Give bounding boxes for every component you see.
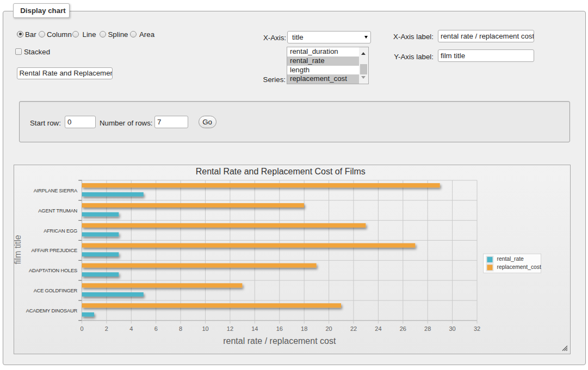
svg-text:24: 24 [375,325,381,332]
svg-text:Rental Rate and Replacement Co: Rental Rate and Replacement Cost of Film… [195,167,365,176]
svg-text:14: 14 [251,325,258,332]
svg-text:AGENT TRUMAN: AGENT TRUMAN [38,208,77,214]
svg-text:ADAPTATION HOLES: ADAPTATION HOLES [29,268,77,273]
svg-text:AFRICAN EGG: AFRICAN EGG [44,228,77,234]
svg-text:16: 16 [276,325,282,332]
svg-text:26: 26 [399,325,406,332]
svg-text:0: 0 [80,325,83,332]
svg-text:rental_rate: rental_rate [497,256,524,262]
svg-text:6: 6 [154,325,157,332]
svg-text:AFFAIR PREJUDICE: AFFAIR PREJUDICE [31,248,77,253]
svg-text:30: 30 [449,325,455,332]
svg-text:22: 22 [350,325,356,332]
svg-text:8: 8 [179,325,182,332]
svg-text:20: 20 [325,325,332,332]
svg-text:rental rate / replacement cost: rental rate / replacement cost [223,336,336,346]
svg-text:replacement_cost: replacement_cost [497,264,541,270]
svg-text:2: 2 [104,325,108,332]
svg-text:10: 10 [202,325,208,332]
svg-text:12: 12 [226,325,233,332]
svg-text:AIRPLANE SIERRA: AIRPLANE SIERRA [33,188,77,193]
svg-text:film title: film title [14,235,22,264]
svg-text:18: 18 [301,325,307,332]
svg-text:ACADEMY DINOSAUR: ACADEMY DINOSAUR [26,308,77,313]
svg-text:ACE GOLDFINGER: ACE GOLDFINGER [33,288,77,293]
svg-text:4: 4 [129,325,133,332]
svg-text:32: 32 [473,325,480,332]
svg-text:28: 28 [424,325,431,332]
